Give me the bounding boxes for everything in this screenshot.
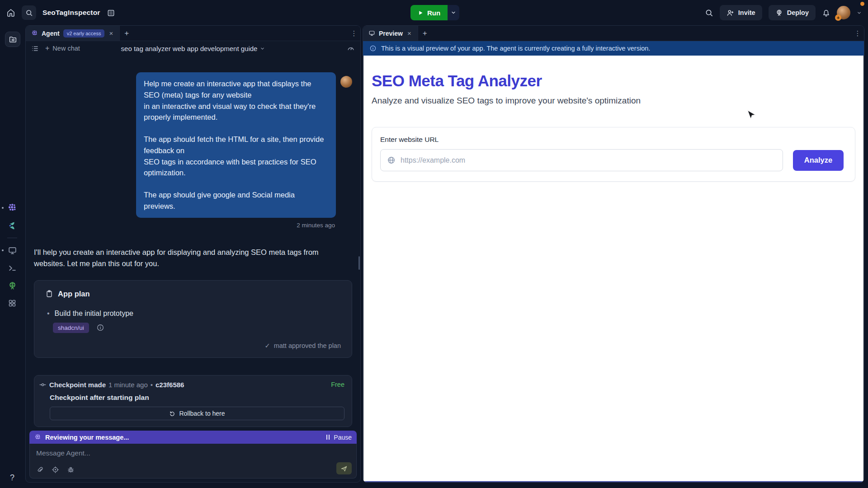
checkpoint-card: Checkpoint made 1 minute ago • c23f6586 … xyxy=(34,375,352,427)
workspace-files-button[interactable] xyxy=(5,32,20,47)
panel-menu-icon[interactable]: ⋮ xyxy=(348,26,360,41)
status-text: Reviewing your message... xyxy=(45,434,129,441)
chevron-down-icon xyxy=(451,10,456,15)
monitor-icon xyxy=(8,246,17,255)
user-message-paragraph: Help me create an interactive app that d… xyxy=(144,78,328,123)
gauge-icon xyxy=(347,44,355,52)
agent-sparkle-icon xyxy=(34,434,41,441)
agent-sparkle-icon xyxy=(31,30,38,37)
new-chat-label: New chat xyxy=(52,45,80,52)
close-tab-icon[interactable]: × xyxy=(406,29,412,37)
pause-icon xyxy=(326,435,330,440)
bug-icon xyxy=(67,466,75,474)
user-message-bubble: Help me create an interactive app that d… xyxy=(136,72,336,218)
tab-preview[interactable]: Preview × xyxy=(363,26,418,41)
chat-title: seo tag analyzer web app development gui… xyxy=(121,45,258,52)
account-menu-button[interactable] xyxy=(857,10,862,15)
chat-scroll-area[interactable]: Help me create an interactive app that d… xyxy=(26,56,360,431)
terminal-icon xyxy=(8,263,17,273)
message-timestamp: 2 minutes ago xyxy=(34,222,335,229)
chat-title-dropdown[interactable]: seo tag analyzer web app development gui… xyxy=(121,45,265,52)
attach-button[interactable] xyxy=(36,466,44,474)
run-button[interactable]: Run xyxy=(410,5,448,20)
global-search-button[interactable] xyxy=(705,9,713,17)
bullet-icon: • xyxy=(151,381,153,389)
analyze-button[interactable]: Analyze xyxy=(793,150,844,171)
search-icon xyxy=(705,9,713,17)
rail-workflows-button[interactable] xyxy=(7,220,18,231)
app-plan-card: App plan • Build the initial prototype s… xyxy=(34,280,352,358)
user-avatar xyxy=(340,76,352,88)
chat-header: + New chat seo tag analyzer web app deve… xyxy=(26,41,360,56)
rail-divider xyxy=(7,238,17,238)
play-icon xyxy=(418,10,424,16)
debug-button[interactable] xyxy=(67,466,75,474)
workflow-icon xyxy=(8,221,17,230)
target-icon xyxy=(52,466,59,474)
project-title: SeoTagInspector xyxy=(42,9,100,17)
tab-agent-label: Agent xyxy=(42,30,60,37)
pause-label: Pause xyxy=(334,434,352,441)
home-button[interactable] xyxy=(6,8,15,17)
preview-panel: Preview × + ⋮ This is a visual preview o… xyxy=(363,25,864,483)
url-input-label: Enter website URL xyxy=(380,136,844,144)
rollback-icon xyxy=(169,410,175,417)
rollback-button[interactable]: Rollback to here xyxy=(50,407,344,420)
project-files-button[interactable] xyxy=(107,9,115,17)
info-button[interactable] xyxy=(96,324,104,332)
plan-item-text: Build the initial prototype xyxy=(55,310,133,318)
new-chat-button[interactable]: + New chat xyxy=(45,44,80,52)
close-tab-icon[interactable]: × xyxy=(108,29,114,37)
url-entry-card: Enter website URL Analyze xyxy=(372,127,855,182)
early-access-badge: v2 early access xyxy=(63,29,105,38)
commit-icon xyxy=(39,381,47,389)
rail-deployments-button[interactable] xyxy=(7,280,18,291)
new-tab-button[interactable]: + xyxy=(418,26,432,41)
rail-all-tools-button[interactable] xyxy=(7,298,18,309)
approval-text: matt approved the plan xyxy=(274,342,341,349)
invite-label: Invite xyxy=(738,9,755,16)
home-icon xyxy=(6,8,15,17)
chat-history-button[interactable] xyxy=(31,45,39,52)
chevron-down-icon xyxy=(857,10,862,15)
agent-panel: Agent v2 early access × + ⋮ + New chat s… xyxy=(25,25,361,483)
new-tab-button[interactable]: + xyxy=(120,26,133,41)
usage-gauge-button[interactable] xyxy=(347,44,355,52)
agent-status-bar: Reviewing your message... Pause xyxy=(29,431,357,444)
plan-approval: ✓ matt approved the plan xyxy=(45,342,341,349)
run-label: Run xyxy=(427,9,440,17)
scrollbar-thumb[interactable] xyxy=(359,256,360,270)
invite-button[interactable]: Invite xyxy=(720,5,762,20)
app-webview: SEO Meta Tag Analyzer Analyze and visual… xyxy=(363,56,863,482)
rail-agent-button[interactable] xyxy=(7,202,18,213)
rail-app-preview-button[interactable] xyxy=(7,245,18,256)
checkpoint-label: Checkpoint made xyxy=(49,381,106,389)
paperclip-icon xyxy=(36,466,44,474)
app-plan-title: App plan xyxy=(58,290,90,298)
left-rail: ? xyxy=(0,25,24,488)
banner-text: This is a visual preview of your app. Th… xyxy=(381,45,650,52)
notifications-button[interactable] xyxy=(822,9,830,17)
panel-menu-icon[interactable]: ⋮ xyxy=(851,26,864,41)
pause-button[interactable]: Pause xyxy=(326,434,352,441)
run-options-button[interactable] xyxy=(448,5,459,20)
list-icon xyxy=(31,45,39,52)
deploy-button[interactable]: Deploy xyxy=(769,5,816,20)
tab-agent[interactable]: Agent v2 early access × xyxy=(26,26,120,41)
agent-sparkle-icon xyxy=(7,203,17,213)
avatar[interactable]: + xyxy=(837,6,850,19)
rail-shell-button[interactable] xyxy=(7,263,18,273)
user-message-paragraph: The app should fetch the HTML for a site… xyxy=(144,134,328,178)
checkpoint-description: Checkpoint after starting plan xyxy=(50,394,344,402)
run-split-button: Run xyxy=(410,5,459,20)
checkpoint-target-button[interactable] xyxy=(52,466,59,474)
checkpoint-time: 1 minute ago xyxy=(108,381,148,389)
user-message-row: Help me create an interactive app that d… xyxy=(34,72,352,218)
tech-badge[interactable]: shadcn/ui xyxy=(53,323,89,333)
send-button[interactable] xyxy=(336,462,352,474)
project-search-button[interactable] xyxy=(22,5,36,20)
help-button[interactable]: ? xyxy=(0,473,24,483)
agent-notification-dot xyxy=(2,207,4,209)
message-input[interactable] xyxy=(36,449,287,457)
website-url-input[interactable] xyxy=(401,156,776,164)
